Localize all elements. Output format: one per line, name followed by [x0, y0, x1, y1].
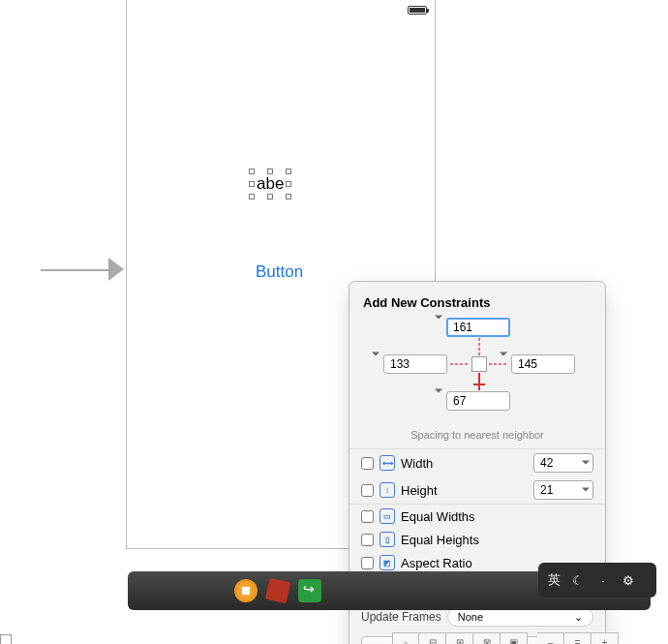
- resize-handle[interactable]: [249, 181, 255, 187]
- equal-widths-checkbox[interactable]: [361, 510, 374, 523]
- scheme-icon[interactable]: [265, 578, 290, 603]
- uilabel-selected[interactable]: abe: [253, 172, 288, 196]
- dot-icon[interactable]: ·: [595, 572, 611, 588]
- embed-tool[interactable]: ▣: [501, 632, 528, 644]
- width-input[interactable]: [533, 453, 593, 473]
- resize-handle[interactable]: [249, 194, 255, 199]
- height-label: Height: [401, 483, 438, 498]
- resize-handle[interactable]: [267, 169, 273, 174]
- aspect-ratio-label: Aspect Ratio: [401, 556, 472, 570]
- update-frames-select[interactable]: None⌄: [447, 607, 593, 627]
- strut-top[interactable]: [478, 338, 480, 355]
- zoom-actual[interactable]: =: [564, 632, 592, 644]
- update-frames-label: Update Frames: [361, 610, 441, 624]
- zoom-out[interactable]: –: [537, 632, 564, 644]
- popover-title: Add New Constraints: [349, 282, 605, 318]
- pointer-arrow: [41, 256, 124, 283]
- height-input[interactable]: [533, 480, 593, 500]
- ime-toolbar[interactable]: 英 ☾ · ⚙: [538, 563, 656, 598]
- equal-widths-label: Equal Widths: [401, 509, 475, 524]
- ime-lang[interactable]: 英: [548, 571, 561, 589]
- equal-heights-checkbox[interactable]: [361, 534, 374, 546]
- canvas-tool-1[interactable]: ▫: [392, 632, 419, 644]
- spacing-right-input[interactable]: [511, 354, 575, 374]
- aspect-ratio-checkbox[interactable]: [361, 557, 374, 569]
- strut-left[interactable]: [450, 363, 470, 365]
- width-icon: ⟷: [380, 455, 395, 471]
- spacing-bottom-input[interactable]: [446, 391, 510, 411]
- aspect-ratio-icon: ◩: [380, 555, 395, 570]
- resize-handle[interactable]: [286, 194, 291, 199]
- height-icon: ↕: [380, 482, 395, 498]
- pin-tool[interactable]: ⊞: [446, 632, 473, 644]
- equal-widths-icon: ▭: [380, 508, 395, 524]
- spacing-top-input[interactable]: [446, 318, 510, 337]
- width-checkbox[interactable]: [361, 457, 374, 470]
- spacing-left-input[interactable]: [383, 354, 447, 374]
- width-label: Width: [401, 456, 433, 471]
- resize-handle[interactable]: [267, 194, 273, 199]
- battery-icon: [408, 6, 427, 15]
- equal-heights-icon: ▯: [380, 532, 395, 547]
- spacing-center-box[interactable]: [471, 356, 487, 372]
- resize-handle[interactable]: [249, 169, 255, 174]
- stop-button[interactable]: [234, 579, 258, 602]
- uibutton[interactable]: Button: [256, 262, 303, 282]
- equal-heights-label: Equal Heights: [401, 533, 479, 547]
- resize-handle[interactable]: [286, 169, 291, 174]
- label-text: abe: [257, 174, 284, 193]
- moon-icon[interactable]: ☾: [570, 572, 586, 588]
- spacing-caption: Spacing to nearest neighbor: [349, 429, 605, 448]
- resize-handle[interactable]: [286, 181, 291, 187]
- spacing-grid: [349, 318, 605, 429]
- align-tool[interactable]: ⊟: [419, 632, 446, 644]
- exit-icon[interactable]: [298, 579, 321, 602]
- corner-handle[interactable]: [0, 634, 12, 644]
- height-checkbox[interactable]: [361, 484, 374, 497]
- zoom-in[interactable]: +: [592, 632, 619, 644]
- gear-icon[interactable]: ⚙: [621, 572, 636, 588]
- strut-right[interactable]: [489, 363, 508, 365]
- strut-bottom[interactable]: [478, 373, 480, 390]
- resolve-tool[interactable]: ⊠: [473, 632, 501, 644]
